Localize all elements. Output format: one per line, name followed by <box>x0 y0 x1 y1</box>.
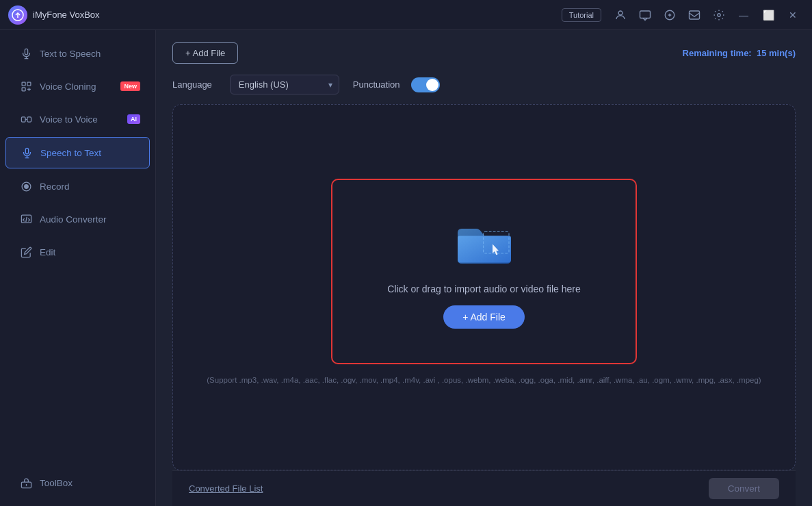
sidebar-item-toolbox[interactable]: ToolBox <box>5 468 150 498</box>
maximize-button[interactable]: ⬜ <box>757 4 779 26</box>
sidebar-item-edit[interactable]: Edit <box>5 237 150 267</box>
topbar: + Add File Remaining time: 15 min(s) <box>172 42 796 64</box>
main-container: Text to Speech Voice Cloning New Voice t… <box>0 30 812 506</box>
sidebar-item-label: Record <box>40 181 70 192</box>
sidebar-item-speech-to-text[interactable]: Speech to Text <box>5 137 150 168</box>
language-label: Language <box>172 79 212 90</box>
content-area: + Add File Remaining time: 15 min(s) Lan… <box>156 30 812 506</box>
svg-rect-10 <box>27 116 31 121</box>
sidebar-item-voice-to-voice[interactable]: Voice to Voice AI <box>5 104 150 134</box>
speech-to-text-icon <box>20 146 34 160</box>
folder-icon-wrap <box>450 214 519 273</box>
text-to-speech-icon <box>19 47 33 60</box>
svg-rect-9 <box>21 116 25 121</box>
convert-button[interactable]: Convert <box>709 478 779 499</box>
sidebar-item-record[interactable]: Record <box>5 171 150 201</box>
punctuation-label: Punctuation <box>353 79 400 90</box>
folder-icon <box>454 216 515 270</box>
sidebar-item-voice-cloning[interactable]: Voice Cloning New <box>5 71 150 101</box>
record-icon <box>19 179 33 193</box>
sidebar-item-label: Voice to Voice <box>40 114 98 125</box>
sidebar-item-label: Text to Speech <box>40 49 101 59</box>
sidebar: Text to Speech Voice Cloning New Voice t… <box>0 30 156 506</box>
converted-file-list-link[interactable]: Converted File List <box>189 483 263 494</box>
svg-rect-4 <box>690 11 700 19</box>
chat-icon[interactable] <box>634 4 656 26</box>
dropzone-text: Click or drag to import audio or video f… <box>387 283 580 294</box>
svg-rect-7 <box>27 82 30 86</box>
dropzone-add-file-button[interactable]: + Add File <box>443 305 525 329</box>
punctuation-group: Punctuation <box>353 77 440 92</box>
options-bar: Language English (US) English (UK) Spani… <box>172 75 796 94</box>
game-icon[interactable] <box>659 4 681 26</box>
edit-icon <box>19 245 33 259</box>
dropzone[interactable]: Click or drag to import audio or video f… <box>172 104 796 470</box>
sidebar-item-label: Audio Converter <box>40 214 107 225</box>
app-title: iMyFone VoxBox <box>33 10 562 20</box>
audio-converter-icon <box>19 212 33 226</box>
remaining-label: Remaining time: <box>683 48 752 58</box>
ai-badge: AI <box>127 114 140 124</box>
svg-rect-6 <box>22 82 25 86</box>
remaining-value: 15 min(s) <box>757 48 796 58</box>
toolbox-icon <box>19 476 33 490</box>
bottombar: Converted File List Convert <box>172 470 796 506</box>
remaining-time: Remaining time: 15 min(s) <box>683 48 796 58</box>
add-file-button[interactable]: + Add File <box>172 42 238 64</box>
mail-icon[interactable] <box>683 4 705 26</box>
punctuation-toggle[interactable] <box>411 77 440 92</box>
titlebar-actions: — ⬜ ✕ <box>610 4 804 26</box>
sidebar-item-label: Voice Cloning <box>40 81 96 92</box>
language-select[interactable]: English (US) English (UK) Spanish French… <box>230 75 339 94</box>
new-badge: New <box>120 81 140 91</box>
sidebar-item-label: ToolBox <box>40 478 73 488</box>
minimize-button[interactable]: — <box>733 4 755 26</box>
svg-point-1 <box>618 11 623 15</box>
dropzone-inner[interactable]: Click or drag to import audio or video f… <box>331 179 636 364</box>
user-icon[interactable] <box>610 4 631 26</box>
sidebar-item-label: Edit <box>40 247 55 257</box>
svg-point-12 <box>24 184 28 188</box>
support-formats-text: (Support .mp3, .wav, .m4a, .aac, .flac, … <box>193 364 774 396</box>
svg-point-5 <box>718 13 721 16</box>
sidebar-item-label: Speech to Text <box>40 148 101 158</box>
settings-icon[interactable] <box>708 4 730 26</box>
svg-rect-8 <box>22 87 25 90</box>
svg-rect-2 <box>640 11 651 18</box>
sidebar-item-text-to-speech[interactable]: Text to Speech <box>5 38 150 68</box>
close-button[interactable]: ✕ <box>782 4 804 26</box>
sidebar-item-audio-converter[interactable]: Audio Converter <box>5 204 150 234</box>
voice-cloning-icon <box>19 79 33 93</box>
tutorial-button[interactable]: Tutorial <box>562 8 601 22</box>
titlebar: iMyFone VoxBox Tutorial <box>0 0 812 30</box>
app-logo <box>8 5 27 25</box>
voice-to-voice-icon <box>19 112 33 126</box>
language-select-wrapper[interactable]: English (US) English (UK) Spanish French… <box>230 75 339 94</box>
